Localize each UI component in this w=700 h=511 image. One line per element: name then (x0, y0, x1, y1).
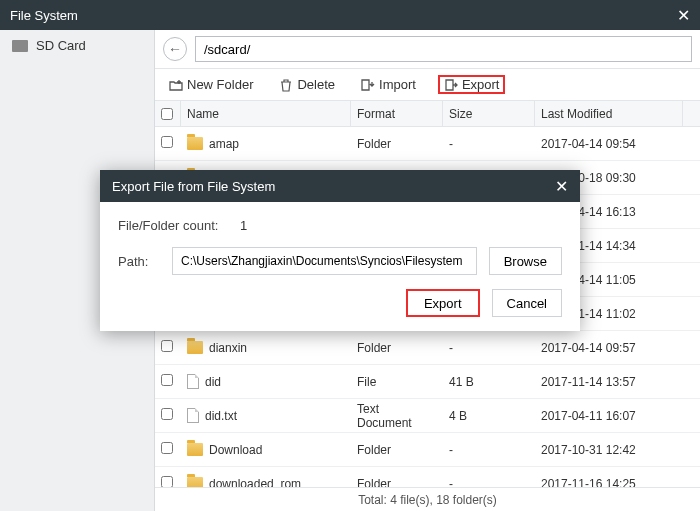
row-name: downloaded_rom (209, 477, 301, 488)
titlebar: File System ✕ (0, 0, 700, 30)
row-format: Folder (351, 341, 443, 355)
folder-icon (187, 137, 203, 150)
col-size[interactable]: Size (443, 101, 535, 126)
row-checkbox[interactable] (161, 340, 173, 352)
export-confirm-button[interactable]: Export (406, 289, 480, 317)
table-row[interactable]: did.txtText Document4 B2017-04-11 16:07 (155, 399, 700, 433)
delete-button[interactable]: Delete (275, 75, 339, 94)
sidebar-item-sdcard[interactable]: SD Card (0, 30, 154, 61)
row-modified: 2017-10-31 12:42 (535, 443, 683, 457)
import-button[interactable]: Import (357, 75, 420, 94)
export-path-input[interactable] (172, 247, 477, 275)
file-icon (187, 374, 199, 389)
row-size: 4 B (443, 409, 535, 423)
table-header: Name Format Size Last Modified (155, 101, 700, 127)
table-row[interactable]: didFile41 B2017-11-14 13:57 (155, 365, 700, 399)
table-row[interactable]: DownloadFolder-2017-10-31 12:42 (155, 433, 700, 467)
toolbar: New Folder Delete Import Export (155, 69, 700, 101)
trash-icon (279, 78, 293, 92)
folder-icon (187, 477, 203, 487)
row-modified: 2017-11-14 13:57 (535, 375, 683, 389)
table-row[interactable]: amapFolder-2017-04-14 09:54 (155, 127, 700, 161)
row-format: Folder (351, 443, 443, 457)
import-icon (361, 78, 375, 92)
new-folder-icon (169, 78, 183, 92)
window-title: File System (10, 8, 78, 23)
table-row[interactable]: dianxinFolder-2017-04-14 09:57 (155, 331, 700, 365)
col-format[interactable]: Format (351, 101, 443, 126)
row-size: - (443, 443, 535, 457)
col-name[interactable]: Name (181, 101, 351, 126)
row-modified: 2017-04-11 16:07 (535, 409, 683, 423)
status-footer: Total: 4 file(s), 18 folder(s) (155, 487, 700, 511)
row-checkbox[interactable] (161, 442, 173, 454)
path-input[interactable] (195, 36, 692, 62)
row-format: File (351, 375, 443, 389)
browse-button[interactable]: Browse (489, 247, 562, 275)
table-row[interactable]: downloaded_romFolder-2017-11-16 14:25 (155, 467, 700, 487)
path-bar: ← (155, 30, 700, 69)
row-format: Text Document (351, 402, 443, 430)
row-name: amap (209, 137, 239, 151)
folder-icon (187, 341, 203, 354)
row-modified: 2017-11-16 14:25 (535, 477, 683, 488)
row-format: Folder (351, 137, 443, 151)
row-format: Folder (351, 477, 443, 488)
close-icon[interactable]: ✕ (677, 6, 690, 25)
row-checkbox[interactable] (161, 374, 173, 386)
dialog-title: Export File from File System (112, 179, 275, 194)
export-icon (444, 78, 458, 92)
col-modified[interactable]: Last Modified (535, 101, 683, 126)
row-modified: 2017-04-14 09:54 (535, 137, 683, 151)
file-icon (187, 408, 199, 423)
row-name: did.txt (205, 409, 237, 423)
count-value: 1 (240, 218, 247, 233)
row-size: 41 B (443, 375, 535, 389)
sdcard-icon (12, 40, 28, 52)
dialog-titlebar: Export File from File System ✕ (100, 170, 580, 202)
select-all-checkbox[interactable] (161, 108, 173, 120)
row-name: Download (209, 443, 262, 457)
row-checkbox[interactable] (161, 136, 173, 148)
sidebar-item-label: SD Card (36, 38, 86, 53)
row-size: - (443, 341, 535, 355)
path-label: Path: (118, 254, 160, 269)
dialog-close-icon[interactable]: ✕ (555, 177, 568, 196)
row-checkbox[interactable] (161, 476, 173, 487)
row-size: - (443, 477, 535, 488)
count-label: File/Folder count: (118, 218, 228, 233)
row-size: - (443, 137, 535, 151)
row-modified: 2017-04-14 09:57 (535, 341, 683, 355)
cancel-button[interactable]: Cancel (492, 289, 562, 317)
new-folder-button[interactable]: New Folder (165, 75, 257, 94)
folder-icon (187, 443, 203, 456)
export-dialog: Export File from File System ✕ File/Fold… (100, 170, 580, 331)
row-checkbox[interactable] (161, 408, 173, 420)
export-button[interactable]: Export (438, 75, 506, 94)
row-name: did (205, 375, 221, 389)
row-name: dianxin (209, 341, 247, 355)
back-button[interactable]: ← (163, 37, 187, 61)
